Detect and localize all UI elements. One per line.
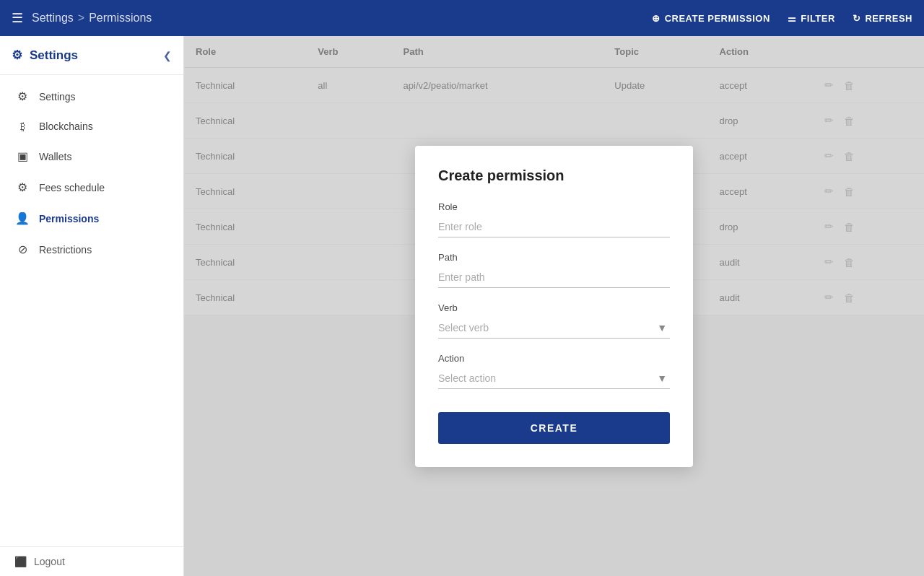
- create-permission-icon: ⊕: [652, 13, 661, 24]
- sidebar-item-blockchains-label: Blockchains: [39, 121, 93, 132]
- breadcrumb-separator: >: [78, 12, 84, 25]
- refresh-button[interactable]: ↻ REFRESH: [853, 13, 912, 24]
- topbar: ☰ Settings > Permissions ⊕ CREATE PERMIS…: [0, 0, 924, 36]
- sidebar-item-settings[interactable]: ⚙ Settings: [0, 81, 183, 112]
- permissions-icon: 👤: [14, 211, 30, 225]
- logout-button[interactable]: ⬛ Logout: [14, 556, 169, 567]
- main-layout: ⚙ Settings ❮ ⚙ Settings ₿ Blockchains ▣ …: [0, 36, 924, 576]
- role-input[interactable]: [438, 217, 670, 237]
- action-label: Action: [438, 353, 670, 364]
- modal-title: Create permission: [438, 167, 670, 184]
- sidebar-item-fees-schedule[interactable]: ⚙ Fees schedule: [0, 172, 183, 203]
- breadcrumb-settings: Settings: [32, 12, 74, 25]
- sidebar-nav: ⚙ Settings ₿ Blockchains ▣ Wallets ⚙ Fee…: [0, 75, 183, 546]
- create-button[interactable]: CREATE: [438, 412, 670, 444]
- create-permission-modal: Create permission Role Path Verb Select …: [415, 146, 693, 467]
- breadcrumb: Settings > Permissions: [32, 12, 152, 25]
- sidebar-footer: ⬛ Logout: [0, 546, 183, 576]
- refresh-label: REFRESH: [865, 13, 912, 24]
- path-label: Path: [438, 252, 670, 263]
- role-form-group: Role: [438, 201, 670, 237]
- sidebar-item-blockchains[interactable]: ₿ Blockchains: [0, 112, 183, 141]
- sidebar-item-restrictions-label: Restrictions: [39, 244, 92, 256]
- settings-icon: ⚙: [14, 90, 30, 103]
- sidebar-title-label: Settings: [30, 48, 78, 63]
- menu-icon[interactable]: ☰: [12, 10, 23, 26]
- sidebar-item-wallets-label: Wallets: [39, 151, 71, 162]
- wallet-icon: ▣: [14, 149, 30, 163]
- sidebar-item-fees-label: Fees schedule: [39, 182, 105, 193]
- sidebar-header: ⚙ Settings ❮: [0, 36, 183, 75]
- path-form-group: Path: [438, 252, 670, 288]
- sidebar-item-restrictions[interactable]: ⊘ Restrictions: [0, 234, 183, 265]
- breadcrumb-permissions: Permissions: [89, 12, 152, 25]
- verb-select[interactable]: Select verb GETPOSTPUTDELETEPATCHall: [438, 318, 670, 339]
- sidebar-item-settings-label: Settings: [39, 91, 76, 102]
- path-input[interactable]: [438, 267, 670, 288]
- action-select-wrapper: Select action acceptdropaudit ▼: [438, 368, 670, 389]
- content-area: Role Verb Path Topic Action Technical al…: [184, 36, 924, 576]
- logout-icon: ⬛: [14, 556, 27, 567]
- action-select[interactable]: Select action acceptdropaudit: [438, 368, 670, 389]
- role-label: Role: [438, 201, 670, 212]
- logout-label: Logout: [34, 556, 65, 567]
- sidebar: ⚙ Settings ❮ ⚙ Settings ₿ Blockchains ▣ …: [0, 36, 184, 576]
- sidebar-collapse-button[interactable]: ❮: [163, 50, 172, 61]
- settings-gear-icon: ⚙: [12, 48, 22, 63]
- sidebar-item-permissions-label: Permissions: [39, 213, 99, 224]
- filter-button[interactable]: ⚌ FILTER: [788, 13, 835, 24]
- modal-overlay: Create permission Role Path Verb Select …: [184, 36, 924, 576]
- fees-icon: ⚙: [14, 180, 30, 194]
- sidebar-item-wallets[interactable]: ▣ Wallets: [0, 141, 183, 172]
- sidebar-title: ⚙ Settings: [12, 48, 78, 63]
- action-form-group: Action Select action acceptdropaudit ▼: [438, 353, 670, 389]
- filter-icon: ⚌: [788, 13, 797, 24]
- blockchain-icon: ₿: [14, 121, 30, 132]
- verb-form-group: Verb Select verb GETPOSTPUTDELETEPATCHal…: [438, 302, 670, 339]
- filter-label: FILTER: [801, 13, 835, 24]
- verb-label: Verb: [438, 302, 670, 313]
- create-permission-label: CREATE PERMISSION: [665, 13, 770, 24]
- refresh-icon: ↻: [853, 13, 861, 24]
- topbar-actions: ⊕ CREATE PERMISSION ⚌ FILTER ↻ REFRESH: [652, 13, 912, 24]
- create-permission-button[interactable]: ⊕ CREATE PERMISSION: [652, 13, 770, 24]
- sidebar-item-permissions[interactable]: 👤 Permissions: [0, 203, 183, 234]
- verb-select-wrapper: Select verb GETPOSTPUTDELETEPATCHall ▼: [438, 318, 670, 339]
- restrictions-icon: ⊘: [14, 243, 30, 256]
